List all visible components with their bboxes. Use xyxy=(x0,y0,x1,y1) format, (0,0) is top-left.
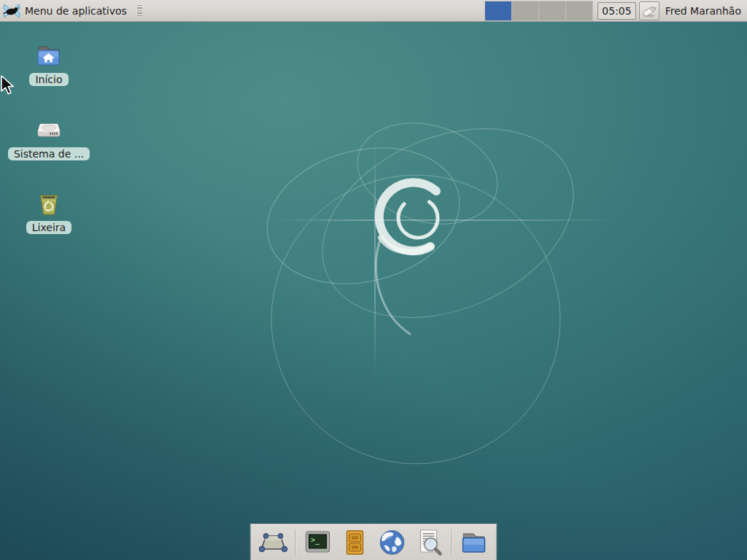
user-actions-label[interactable]: Fred Maranhão xyxy=(665,5,747,17)
desktop-icon-home[interactable]: Início xyxy=(9,41,89,86)
show-desktop-icon xyxy=(259,528,288,557)
svg-text:>_: >_ xyxy=(311,536,320,545)
applications-menu-button[interactable]: Menu de aplicativos xyxy=(0,0,131,21)
application-finder-launcher[interactable] xyxy=(414,527,445,558)
web-browser-launcher[interactable] xyxy=(377,527,408,558)
file-manager-launcher[interactable] xyxy=(459,527,489,558)
dock-separator xyxy=(295,529,296,556)
blue-folder-icon xyxy=(460,528,489,557)
workspace-cell-2[interactable] xyxy=(512,1,538,20)
trash-icon xyxy=(34,189,63,218)
file-cabinet-icon xyxy=(341,528,370,557)
panel-plugin-button[interactable] xyxy=(639,1,659,20)
home-folder-icon xyxy=(34,41,63,70)
terminal-icon: >_ xyxy=(303,528,333,557)
desktop-background xyxy=(0,0,747,560)
top-panel: Menu de aplicativos 05:05 Fred Maranhão xyxy=(0,0,747,22)
show-desktop-button[interactable] xyxy=(258,527,289,558)
workspace-cell-3[interactable] xyxy=(539,1,565,20)
workspace-cell-4[interactable] xyxy=(566,1,592,20)
bottom-dock-panel: >_ xyxy=(250,524,498,560)
xfce-mouse-icon xyxy=(3,3,20,19)
panel-grip-handle[interactable] xyxy=(136,4,144,18)
globe-icon xyxy=(378,528,407,557)
eraser-pen-icon xyxy=(641,4,657,18)
applications-menu-label: Menu de aplicativos xyxy=(25,5,127,17)
desktop-icon-label: Sistema de ... xyxy=(8,147,90,160)
desktop-icon-trash[interactable]: Lixeira xyxy=(9,189,89,234)
filesystem-drive-icon xyxy=(34,115,63,144)
file-cabinet-launcher[interactable] xyxy=(340,527,371,558)
dock-separator xyxy=(452,529,452,556)
desktop-icon-filesystem[interactable]: Sistema de ... xyxy=(9,115,89,160)
terminal-launcher[interactable]: >_ xyxy=(303,527,333,558)
workspace-cell-1[interactable] xyxy=(485,1,511,20)
debian-swirl-wallpaper xyxy=(0,0,747,560)
desktop-icon-label: Lixeira xyxy=(26,221,71,234)
workspace-switcher xyxy=(484,1,593,21)
clock-time: 05:05 xyxy=(602,5,631,17)
panel-clock[interactable]: 05:05 xyxy=(597,2,635,20)
desktop-icon-label: Início xyxy=(29,73,68,86)
search-document-icon xyxy=(415,528,444,557)
